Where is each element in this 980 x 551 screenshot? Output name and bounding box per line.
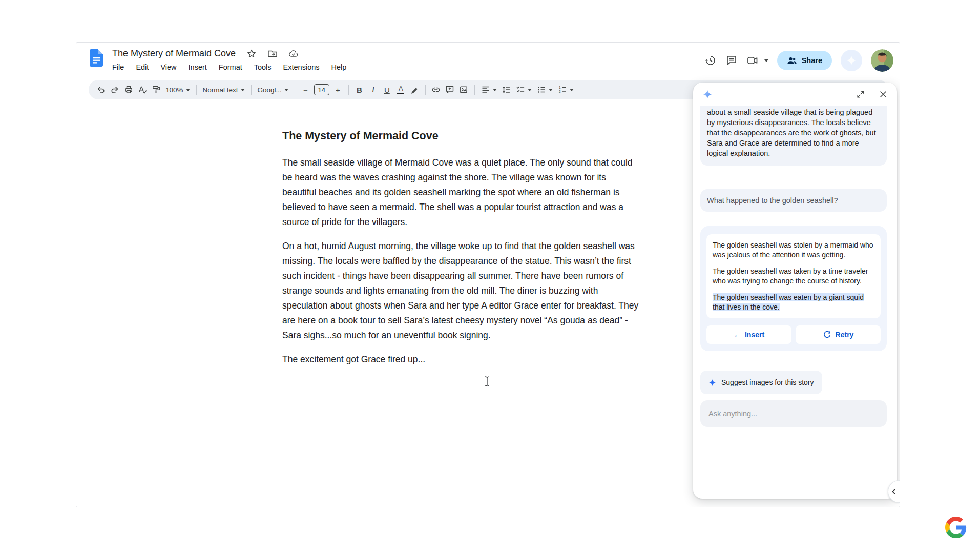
gemini-suggestions-card: The golden seashell was stolen by a merm… [706, 234, 881, 318]
align-left-icon [481, 85, 490, 94]
star-icon[interactable] [246, 49, 257, 59]
version-history-icon[interactable] [704, 54, 717, 67]
suggest-images-chip[interactable]: Suggest images for this story [700, 371, 822, 394]
line-spacing-button[interactable] [499, 83, 513, 97]
align-select[interactable] [478, 83, 499, 97]
close-panel-icon[interactable] [879, 90, 888, 99]
docs-app-window: The Mystery of Mermaid Cove File Edit Vi… [76, 42, 900, 507]
menu-format[interactable]: Format [219, 63, 242, 71]
bulleted-list-select[interactable] [534, 83, 555, 97]
menu-view[interactable]: View [160, 63, 176, 71]
add-comment-button[interactable] [443, 83, 457, 97]
style-name: Normal text [203, 86, 238, 94]
chevron-down-icon[interactable] [764, 59, 768, 62]
toolbar-divider [425, 85, 426, 95]
bulleted-list-icon [537, 85, 546, 94]
google-logo [945, 517, 967, 538]
text-color-button[interactable]: A [394, 83, 408, 97]
redo-button[interactable] [108, 83, 121, 97]
gemini-message-scrolled: about a small seaside village that is be… [700, 106, 887, 166]
italic-button[interactable]: I [366, 83, 380, 97]
menu-bar: File Edit View Insert Format Tools Exten… [112, 63, 346, 71]
chevron-down-icon [284, 89, 288, 91]
menu-tools[interactable]: Tools [254, 63, 272, 71]
gemini-conversation[interactable]: about a small seaside village that is be… [693, 106, 897, 499]
checklist-icon [516, 85, 525, 94]
share-label: Share [802, 56, 822, 65]
font-family-select[interactable]: Googl... [255, 83, 291, 97]
increase-font-size-button[interactable]: + [331, 83, 345, 97]
document-paragraph: The excitement got Grace fired up... [282, 352, 641, 367]
gemini-sparkle-icon [702, 89, 713, 99]
chevron-down-icon [186, 89, 190, 91]
document-paragraph: The small seaside village of Mermaid Cov… [282, 155, 641, 230]
response-actions: ← Insert Retry [706, 325, 881, 344]
chevron-left-icon [891, 488, 897, 495]
insert-image-button[interactable] [457, 83, 471, 97]
menu-insert[interactable]: Insert [189, 63, 207, 71]
font-size-field[interactable]: 14 [314, 84, 329, 95]
underline-button[interactable]: U [380, 83, 394, 97]
google-docs-icon[interactable] [90, 49, 103, 67]
chevron-down-icon [241, 89, 245, 91]
move-to-folder-icon[interactable] [267, 49, 278, 59]
insert-link-button[interactable] [429, 83, 443, 97]
toolbar-divider [196, 85, 197, 95]
toolbar-divider [474, 85, 475, 95]
insert-button[interactable]: ← Insert [706, 325, 791, 344]
meet-call-control[interactable] [746, 54, 768, 67]
people-icon [787, 55, 797, 66]
share-button[interactable]: Share [777, 51, 832, 70]
undo-button[interactable] [94, 83, 108, 97]
paint-format-button[interactable] [149, 83, 163, 97]
chevron-down-icon [528, 89, 532, 91]
zoom-value: 100% [165, 86, 183, 94]
chevron-down-icon [570, 89, 574, 91]
print-button[interactable] [121, 83, 135, 97]
svg-text:2: 2 [559, 90, 561, 93]
comments-icon[interactable] [725, 54, 738, 67]
cloud-saved-icon[interactable] [288, 49, 299, 59]
gemini-ask-button[interactable] [841, 50, 862, 71]
document-title[interactable]: The Mystery of Mermaid Cove [112, 48, 236, 59]
toolbar-divider [295, 85, 295, 95]
text-color-bar [397, 93, 404, 95]
menu-extensions[interactable]: Extensions [283, 63, 320, 71]
document-paragraph: On a hot, humid August morning, the vill… [282, 239, 641, 343]
chevron-down-icon [549, 89, 553, 91]
chevron-down-icon [493, 89, 497, 91]
gemini-response-container: The golden seashell was stolen by a merm… [700, 226, 887, 351]
menu-file[interactable]: File [112, 63, 124, 71]
decrease-font-size-button[interactable]: − [299, 83, 312, 97]
toolbar-divider [348, 85, 349, 95]
checklist-select[interactable] [513, 83, 534, 97]
suggestion-option[interactable]: The golden seashell was taken by a time … [713, 267, 874, 286]
retry-button[interactable]: Retry [796, 325, 881, 344]
expand-panel-icon[interactable] [856, 90, 865, 99]
svg-text:1: 1 [559, 86, 561, 89]
video-call-icon[interactable] [746, 54, 759, 67]
suggestion-option-selected[interactable]: The golden seashell was eaten by a giant… [713, 293, 874, 312]
document-title-row: The Mystery of Mermaid Cove [112, 48, 299, 59]
numbered-list-select[interactable]: 12 [555, 83, 576, 97]
refresh-icon [823, 331, 831, 339]
suggestion-option[interactable]: The golden seashell was stolen by a merm… [713, 240, 874, 260]
bold-button[interactable]: B [352, 83, 366, 97]
user-avatar[interactable] [871, 49, 893, 72]
left-arrow-icon: ← [734, 331, 741, 339]
paragraph-style-select[interactable]: Normal text [200, 83, 247, 97]
user-question-bubble: What happened to the golden seashell? [700, 189, 887, 212]
toolbar-divider [251, 85, 252, 95]
zoom-select[interactable]: 100% [163, 83, 193, 97]
ask-anything-input[interactable] [700, 400, 887, 427]
spell-check-button[interactable] [135, 83, 149, 97]
screenshot-canvas: The Mystery of Mermaid Cove File Edit Vi… [0, 0, 980, 551]
menu-help[interactable]: Help [331, 63, 347, 71]
document-heading: The Mystery of Mermaid Cove [282, 130, 641, 142]
gemini-panel-header [693, 83, 897, 106]
gemini-side-panel: about a small seaside village that is be… [693, 83, 897, 499]
sparkle-icon [846, 55, 857, 66]
menu-edit[interactable]: Edit [136, 63, 149, 71]
document-page[interactable]: The Mystery of Mermaid Cove The small se… [282, 130, 641, 376]
highlight-color-button[interactable] [408, 83, 422, 97]
